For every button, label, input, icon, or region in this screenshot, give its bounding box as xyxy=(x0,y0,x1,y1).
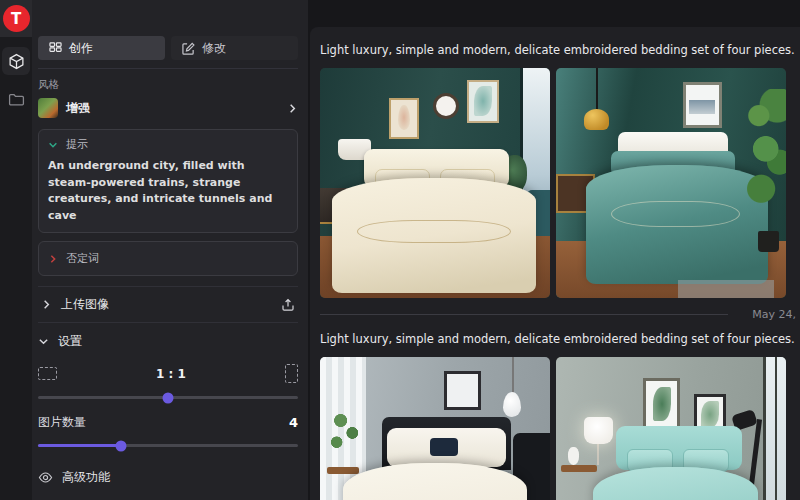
generation-group: Light luxury, simple and modern, delicat… xyxy=(320,39,796,321)
aspect-ratio-row: 1 : 1 xyxy=(38,364,298,383)
generation-prompt-row: Light luxury, simple and modern, delicat… xyxy=(320,39,796,61)
upload-label: 上传图像 xyxy=(61,296,272,313)
date-divider: May 24, xyxy=(320,308,796,321)
generated-image[interactable] xyxy=(320,68,550,298)
landscape-ratio-icon[interactable] xyxy=(38,367,57,380)
app-window: T 创作 xyxy=(0,0,800,500)
prompt-input[interactable]: An underground city, filled with steam-p… xyxy=(48,158,288,224)
prompt-label: 提示 xyxy=(66,137,88,152)
divider-line xyxy=(320,314,728,315)
chevron-down-icon xyxy=(38,336,49,347)
image-count-row: 图片数量 4 xyxy=(38,414,298,431)
style-label: 风格 xyxy=(38,78,298,92)
negative-header[interactable]: 否定词 xyxy=(48,251,288,266)
generation-prompt-text: Light luxury, simple and modern, delicat… xyxy=(320,332,795,346)
settings-header[interactable]: 设置 xyxy=(38,333,298,350)
generation-group: Light luxury, simple and modern, delicat… xyxy=(320,328,796,500)
tab-modify-label: 修改 xyxy=(202,40,226,57)
image-grid xyxy=(320,68,796,298)
style-value: 增强 xyxy=(66,100,279,117)
portrait-ratio-icon[interactable] xyxy=(285,364,298,383)
chevron-right-icon xyxy=(48,254,58,264)
edit-icon xyxy=(182,42,195,55)
upload-image-row[interactable]: 上传图像 xyxy=(38,286,298,323)
chevron-down-icon xyxy=(48,140,58,150)
prompt-header[interactable]: 提示 xyxy=(48,137,288,152)
slider-thumb[interactable] xyxy=(163,392,174,403)
grid-icon xyxy=(49,42,62,55)
aspect-ratio-value: 1 : 1 xyxy=(57,367,285,381)
mode-tabs: 创作 修改 xyxy=(38,36,298,69)
tab-create[interactable]: 创作 xyxy=(38,36,165,60)
image-grid xyxy=(320,357,796,500)
date-label: May 24, xyxy=(752,308,796,321)
image-count-value: 4 xyxy=(289,415,298,430)
generated-image[interactable] xyxy=(556,68,786,298)
aspect-ratio-slider[interactable] xyxy=(38,396,298,399)
chevron-right-icon xyxy=(287,103,298,114)
generation-prompt-row: Light luxury, simple and modern, delicat… xyxy=(320,328,796,350)
user-avatar[interactable]: T xyxy=(3,5,30,32)
slider-fill xyxy=(38,444,121,447)
style-thumbnail xyxy=(38,98,58,118)
left-rail: T xyxy=(0,0,32,500)
sidebar: 创作 修改 风格 增强 提示 xyxy=(32,0,308,500)
tab-modify[interactable]: 修改 xyxy=(171,36,298,60)
style-selector[interactable]: 增强 xyxy=(38,98,298,118)
prompt-section[interactable]: 提示 An underground city, filled with stea… xyxy=(38,129,298,233)
advanced-features-label: 高级功能 xyxy=(62,469,110,486)
advanced-features-row[interactable]: 高级功能 xyxy=(38,469,298,486)
negative-section[interactable]: 否定词 xyxy=(38,241,298,276)
settings-label: 设置 xyxy=(58,333,82,350)
generated-image[interactable] xyxy=(556,357,786,500)
folder-icon[interactable] xyxy=(2,85,30,113)
eye-icon xyxy=(38,470,53,485)
generated-image[interactable] xyxy=(320,357,550,500)
generations-panel: Light luxury, simple and modern, delicat… xyxy=(310,27,800,500)
chevron-right-icon xyxy=(41,299,52,310)
image-count-label: 图片数量 xyxy=(38,414,289,431)
main-area: Light luxury, simple and modern, delicat… xyxy=(308,0,800,500)
upload-icon[interactable] xyxy=(281,298,295,312)
negative-label: 否定词 xyxy=(66,251,99,266)
image-count-slider[interactable] xyxy=(38,444,298,447)
rail-top: T xyxy=(0,0,32,37)
slider-thumb[interactable] xyxy=(116,440,127,451)
cube-icon[interactable] xyxy=(2,47,30,75)
tab-create-label: 创作 xyxy=(69,40,93,57)
generation-prompt-text: Light luxury, simple and modern, delicat… xyxy=(320,43,795,57)
